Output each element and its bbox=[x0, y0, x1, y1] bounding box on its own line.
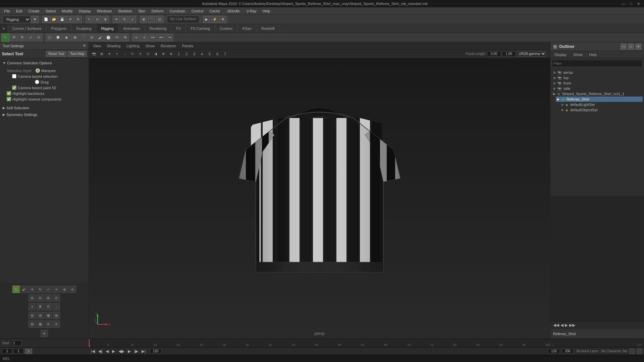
outliner-search[interactable] bbox=[552, 60, 643, 67]
ik-btn[interactable]: ⬢ bbox=[54, 34, 62, 42]
tab-redshift[interactable]: Redshift bbox=[257, 24, 280, 33]
tool-help-btn[interactable]: Tool Help bbox=[68, 51, 87, 57]
vp-snap-btn[interactable]: ✛ bbox=[106, 51, 113, 57]
viewport-canvas[interactable]: X Y Z persp bbox=[89, 58, 550, 339]
menu-help[interactable]: Help bbox=[260, 8, 273, 14]
lv-anim4-btn[interactable]: ▧ bbox=[53, 312, 60, 319]
tab-curves-surfaces[interactable]: Curves / Surfaces bbox=[7, 24, 46, 33]
tab-custom[interactable]: Custom bbox=[215, 24, 237, 33]
drag-radio[interactable] bbox=[35, 80, 39, 84]
vp-iso-btn[interactable]: ⊗ bbox=[167, 51, 175, 57]
lv-show-btn[interactable]: ⊙ bbox=[69, 286, 76, 293]
play-prev-btn[interactable]: ◀ bbox=[560, 323, 564, 327]
vp-shading-menu[interactable]: Shading bbox=[105, 43, 122, 49]
vp-4-btn[interactable]: 4 bbox=[198, 51, 206, 57]
pb-prev-btn[interactable]: ◀ bbox=[104, 349, 110, 354]
lv-grid1-btn[interactable]: ≡ bbox=[29, 303, 36, 310]
symmetry-settings-section[interactable]: ▶ Symmetry Settings bbox=[1, 111, 87, 118]
menu-3dtoall[interactable]: -3DtoAll- bbox=[223, 8, 243, 14]
lv-anim1-btn[interactable]: ▤ bbox=[29, 312, 36, 319]
outliner-show-tab[interactable]: Show bbox=[571, 52, 585, 57]
marquee-label[interactable]: Marquee bbox=[36, 68, 56, 73]
undo-btn[interactable]: ↺ bbox=[66, 16, 74, 23]
lv-scale-btn[interactable]: ⤢ bbox=[45, 286, 52, 293]
tab-sculpting[interactable]: Sculpting bbox=[71, 24, 96, 33]
tab-rigging[interactable]: Rigging bbox=[96, 24, 118, 33]
outliner-search-input[interactable] bbox=[553, 61, 641, 65]
anim-start-input[interactable] bbox=[548, 349, 560, 354]
menu-display[interactable]: Display bbox=[76, 8, 94, 14]
frame-end-input[interactable] bbox=[150, 349, 162, 354]
bend-btn[interactable]: ⌒ bbox=[79, 34, 87, 42]
pb-next-key-btn[interactable]: |▶ bbox=[133, 349, 140, 354]
tab-animation[interactable]: Animation bbox=[119, 24, 145, 33]
vp-light1-btn[interactable]: ☀ bbox=[137, 51, 144, 57]
camera-based-sel-check[interactable] bbox=[12, 74, 16, 78]
menu-constrain[interactable]: Constrain bbox=[167, 8, 188, 14]
vp-xray-btn[interactable]: ⊕ bbox=[160, 51, 167, 57]
settings-close-btn[interactable]: ✕ bbox=[83, 44, 86, 48]
menu-skin[interactable]: Skin bbox=[136, 8, 148, 14]
tree-item-top[interactable]: ◼ 📷 top bbox=[552, 75, 643, 80]
wire-btn[interactable]: ⚯ bbox=[113, 34, 121, 42]
vp-5-btn[interactable]: 5 bbox=[206, 51, 213, 57]
ik2-btn[interactable]: ◈ bbox=[62, 34, 70, 42]
timeline-bar[interactable]: 1 5 10 15 20 25 30 35 40 45 50 55 60 65 … bbox=[89, 339, 550, 347]
menu-edit[interactable]: Edit bbox=[13, 8, 25, 14]
lv-snap-btn[interactable]: ⊕ bbox=[61, 286, 68, 293]
paint-skin-btn[interactable]: 🖌 bbox=[96, 34, 104, 42]
lv-panel1-btn[interactable]: ⊞ bbox=[29, 294, 36, 302]
soft-selection-section[interactable]: ▶ Soft Selection bbox=[1, 105, 87, 111]
vp-light2-btn[interactable]: ⊙ bbox=[144, 51, 152, 57]
viewport[interactable]: View Shading Lighting Show Renderer Pane… bbox=[89, 42, 550, 339]
tab-fx[interactable]: FX bbox=[171, 24, 186, 33]
save-scene-btn[interactable]: 💾 bbox=[58, 16, 66, 23]
vp-shadow-btn[interactable]: ◑ bbox=[152, 51, 159, 57]
reset-tool-btn[interactable]: Reset Tool bbox=[46, 51, 66, 57]
lv-panel4-btn[interactable]: ⊡ bbox=[53, 294, 60, 302]
outliner-maximize-btn[interactable]: □ bbox=[628, 44, 634, 50]
outliner-help-tab[interactable]: Help bbox=[587, 52, 600, 57]
render-settings-btn[interactable]: ⚙ bbox=[219, 16, 226, 23]
pb-step-back-btn[interactable]: |◀ bbox=[90, 349, 96, 354]
tab-rendering[interactable]: Rendering bbox=[145, 24, 172, 33]
highlight-nearest-check[interactable] bbox=[7, 97, 11, 101]
frame-start-input[interactable] bbox=[2, 349, 12, 354]
pb-play-btn[interactable]: ▶ bbox=[111, 349, 116, 354]
tree-item-referee-shirt[interactable]: ▶ ▣ Referee_Shirt bbox=[556, 97, 643, 102]
parent-btn[interactable]: ⊷ bbox=[157, 34, 165, 42]
mel-input[interactable] bbox=[13, 357, 641, 361]
pb-next-btn[interactable]: ▶ bbox=[126, 349, 132, 354]
lv-move-btn[interactable]: ✛ bbox=[29, 286, 36, 293]
vp-rot-btn[interactable]: ↻ bbox=[129, 51, 136, 57]
pb-play-back-btn[interactable]: ◀▶ bbox=[117, 349, 126, 354]
snap-point-btn[interactable]: ⊡ bbox=[156, 16, 163, 23]
pb-step-fwd-btn[interactable]: ▶| bbox=[140, 349, 147, 354]
open-scene-btn[interactable]: 📂 bbox=[50, 16, 58, 23]
menu-vray[interactable]: V-Ray bbox=[244, 8, 259, 14]
pole-btn[interactable]: ⊸ bbox=[165, 34, 173, 42]
tree-item-persp[interactable]: ◼ 📷 persp bbox=[552, 70, 643, 75]
outliner-display-tab[interactable]: Display bbox=[552, 52, 569, 57]
menu-deform[interactable]: Deform bbox=[149, 8, 166, 14]
vp-camera-btn[interactable]: 📷 bbox=[90, 51, 98, 57]
outliner-close-btn[interactable]: ✕ bbox=[635, 44, 641, 50]
lv-grid3-btn[interactable]: ☰ bbox=[45, 303, 52, 310]
window-controls[interactable]: — □ ✕ bbox=[620, 2, 641, 6]
skin-btn[interactable]: ⊙ bbox=[88, 34, 96, 42]
vp-6-btn[interactable]: 6 bbox=[214, 51, 221, 57]
vp-7-btn[interactable]: 7 bbox=[221, 51, 229, 57]
rotate-mode-btn[interactable]: ↻ bbox=[18, 34, 26, 42]
rotate-tool-btn[interactable]: ↻ bbox=[121, 16, 128, 23]
redo-btn[interactable]: ↻ bbox=[74, 16, 82, 23]
vp-2-btn[interactable]: 2 bbox=[183, 51, 190, 57]
vp-move-btn[interactable]: → bbox=[121, 51, 128, 57]
wrinkle-btn[interactable]: ≋ bbox=[121, 34, 129, 42]
highlight-backfaces-label[interactable]: Highlight backfaces bbox=[7, 91, 44, 96]
camera-based-sel-label[interactable]: Camera based selection bbox=[12, 74, 58, 78]
tree-item-front[interactable]: ◼ 📷 front bbox=[552, 80, 643, 86]
drag-label[interactable]: Drag bbox=[35, 80, 49, 84]
vp-lighting-menu[interactable]: Lighting bbox=[124, 43, 142, 49]
ipr-btn[interactable]: ⚡ bbox=[211, 16, 218, 23]
tree-item-object-set[interactable]: ◼ ◈ defaultObjectSet bbox=[560, 107, 643, 113]
